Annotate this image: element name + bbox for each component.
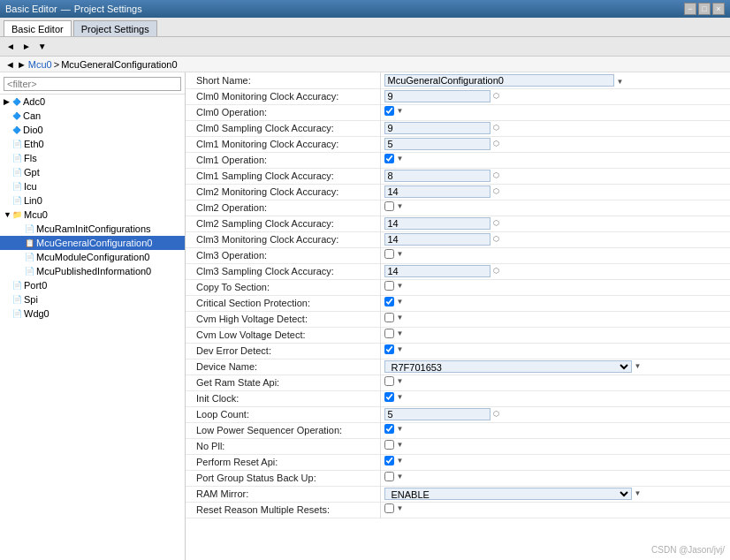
spin-button[interactable]: ⬡: [493, 219, 499, 227]
prop-value: ▼: [381, 296, 731, 307]
checkbox-dropdown-arrow[interactable]: ▼: [397, 314, 404, 322]
maximize-button[interactable]: □: [698, 3, 711, 15]
breadcrumb-back[interactable]: ◄: [5, 59, 15, 70]
tree-item-label: McuModuleConfiguration0: [36, 252, 149, 262]
spin-button[interactable]: ⬡: [493, 124, 499, 132]
close-button[interactable]: ×: [712, 3, 725, 15]
title-project-settings: Project Settings: [74, 4, 142, 14]
minimize-button[interactable]: −: [684, 3, 696, 15]
number-input[interactable]: [384, 185, 490, 198]
checkbox-dropdown-arrow[interactable]: ▼: [397, 504, 404, 512]
main-container: ▶🔷Adc0 🔷Can 🔷Dio0 📄Eth0 📄Fls 📄Gpt 📄Icu 📄…: [0, 72, 730, 560]
sidebar-item-lin0[interactable]: 📄Lin0: [0, 193, 185, 208]
back-button[interactable]: ◄: [4, 41, 18, 52]
sidebar-item-fls[interactable]: 📄Fls: [0, 151, 185, 165]
checkbox-input[interactable]: [384, 376, 394, 386]
breadcrumb-forward[interactable]: ►: [17, 59, 27, 70]
sidebar-item-mcu0[interactable]: ▼📁Mcu0: [0, 208, 185, 222]
number-input[interactable]: [384, 170, 490, 182]
sidebar-item-icu[interactable]: 📄Icu: [0, 179, 185, 193]
checkbox-dropdown-arrow[interactable]: ▼: [397, 345, 404, 353]
menu-button[interactable]: ▼: [35, 41, 49, 52]
checkbox-dropdown-arrow[interactable]: ▼: [397, 298, 404, 306]
prop-value-short-name: ▼: [380, 72, 730, 88]
dropdown-arrow[interactable]: ▼: [635, 362, 642, 370]
sidebar-item-eth0[interactable]: 📄Eth0: [0, 137, 185, 151]
spin-button[interactable]: ⬡: [493, 235, 499, 243]
tree-item-label: Port0: [24, 280, 47, 291]
checkbox-input[interactable]: [384, 154, 394, 163]
spin-button[interactable]: ⬡: [493, 171, 499, 179]
sidebar-item-dio0[interactable]: 🔷Dio0: [0, 123, 185, 137]
spin-button[interactable]: ⬡: [493, 187, 499, 195]
prop-value: ▼: [381, 280, 731, 291]
sidebar-item-mcuraminitconfigurations[interactable]: 📄McuRamInitConfigurations: [0, 222, 185, 236]
dropdown-arrow[interactable]: ▼: [635, 489, 642, 497]
checkbox-input[interactable]: [384, 281, 394, 291]
checkbox-dropdown-arrow[interactable]: ▼: [397, 250, 404, 258]
tree-item-label: Eth0: [24, 139, 44, 149]
prop-value: ⬡: [381, 264, 731, 278]
spin-button[interactable]: ⬡: [493, 267, 499, 275]
short-name-input[interactable]: [384, 74, 614, 87]
checkbox-input[interactable]: [384, 249, 394, 259]
spin-button[interactable]: ⬡: [493, 92, 499, 100]
sidebar-item-adc0[interactable]: ▶🔷Adc0: [0, 95, 185, 109]
dropdown-select[interactable]: R7F701653: [384, 360, 632, 373]
spin-button[interactable]: ⬡: [493, 140, 499, 148]
short-name-dropdown-arrow[interactable]: ▼: [617, 78, 624, 86]
checkbox-dropdown-arrow[interactable]: ▼: [397, 441, 404, 449]
number-input[interactable]: [384, 408, 490, 420]
sidebar-item-mcumoduleconfiguration0[interactable]: 📄McuModuleConfiguration0: [0, 250, 185, 264]
checkbox-dropdown-arrow[interactable]: ▼: [397, 377, 404, 385]
sidebar-item-gpt[interactable]: 📄Gpt: [0, 165, 185, 179]
number-input[interactable]: [384, 122, 490, 134]
checkbox-input[interactable]: [384, 424, 394, 434]
checkbox-input[interactable]: [384, 106, 394, 116]
spin-button[interactable]: ⬡: [493, 410, 499, 418]
property-row: Reset Reason Multiple Resets:▼: [186, 502, 730, 518]
checkbox-input[interactable]: [384, 297, 394, 306]
filter-input[interactable]: [4, 77, 181, 91]
checkbox-dropdown-arrow[interactable]: ▼: [397, 473, 404, 481]
sidebar-item-mcugeneralconfiguration0[interactable]: 📋McuGeneralConfiguration0: [0, 236, 185, 250]
sidebar-item-port0[interactable]: 📄Port0: [0, 278, 185, 292]
checkbox-dropdown-arrow[interactable]: ▼: [397, 282, 404, 290]
checkbox-input[interactable]: [384, 456, 394, 465]
checkbox-dropdown-arrow[interactable]: ▼: [397, 202, 404, 210]
checkbox-input[interactable]: [384, 440, 394, 450]
number-input[interactable]: [384, 217, 490, 230]
prop-value: ⬡: [381, 137, 731, 151]
checkbox-input[interactable]: [384, 344, 394, 354]
checkbox-dropdown-arrow[interactable]: ▼: [397, 457, 404, 465]
breadcrumb-current: McuGeneralConfiguration0: [61, 59, 177, 70]
checkbox-input[interactable]: [384, 313, 394, 322]
checkbox-dropdown-arrow[interactable]: ▼: [397, 393, 404, 401]
property-row: Device Name:R7F701653▼: [186, 359, 730, 375]
checkbox-input[interactable]: [384, 392, 394, 402]
number-input[interactable]: [384, 265, 490, 277]
checkbox-input[interactable]: [384, 201, 394, 211]
sidebar-item-wdg0[interactable]: 📄Wdg0: [0, 306, 185, 321]
sidebar-item-can[interactable]: 🔷Can: [0, 109, 185, 123]
checkbox-dropdown-arrow[interactable]: ▼: [397, 329, 404, 337]
tree-node-icon: 📄: [12, 182, 22, 191]
checkbox-dropdown-arrow[interactable]: ▼: [397, 107, 404, 115]
sidebar-item-mcupublishedinformation0[interactable]: 📄McuPublishedInformation0: [0, 264, 185, 278]
forward-button[interactable]: ►: [19, 41, 34, 52]
tree-item-label: McuRamInitConfigurations: [36, 223, 151, 234]
sidebar-item-spi[interactable]: 📄Spi: [0, 292, 185, 306]
breadcrumb-mcu0[interactable]: Mcu0: [28, 59, 52, 70]
filter-box: [0, 74, 185, 95]
number-input[interactable]: [384, 90, 490, 102]
checkbox-dropdown-arrow[interactable]: ▼: [397, 155, 404, 163]
checkbox-input[interactable]: [384, 329, 394, 338]
checkbox-dropdown-arrow[interactable]: ▼: [397, 425, 404, 433]
tab-project-settings[interactable]: Project Settings: [73, 20, 157, 36]
tab-basic-editor[interactable]: Basic Editor: [4, 20, 72, 36]
checkbox-input[interactable]: [384, 472, 394, 481]
number-input[interactable]: [384, 138, 490, 150]
number-input[interactable]: [384, 233, 490, 246]
dropdown-select[interactable]: ENABLE: [384, 488, 632, 500]
checkbox-input[interactable]: [384, 503, 394, 513]
